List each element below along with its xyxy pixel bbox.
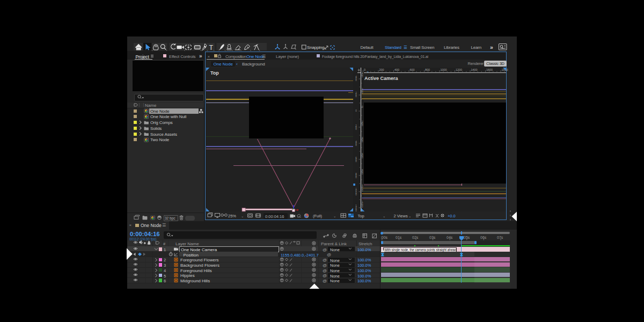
svg-text:T: T: [209, 44, 214, 52]
